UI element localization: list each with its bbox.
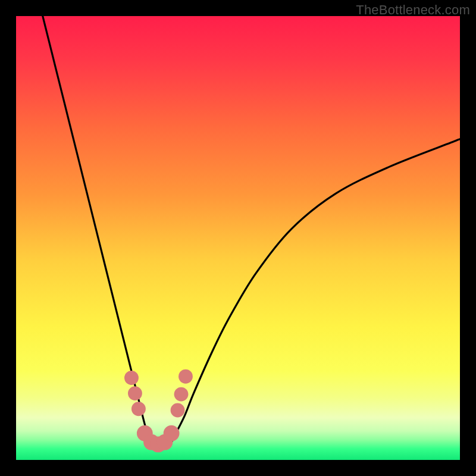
curve-marker (174, 387, 189, 402)
watermark-text: TheBottleneck.com (356, 2, 470, 18)
curve-marker (164, 425, 180, 441)
curve-layer (16, 16, 460, 460)
curve-marker (171, 403, 185, 418)
curve-marker (124, 371, 139, 385)
curve-markers (124, 369, 193, 453)
curve-marker (128, 386, 142, 400)
bottleneck-curve (43, 16, 460, 447)
chart-frame: TheBottleneck.com (0, 0, 476, 476)
plot-area (16, 16, 460, 460)
curve-marker (178, 369, 193, 384)
curve-marker (131, 402, 146, 416)
